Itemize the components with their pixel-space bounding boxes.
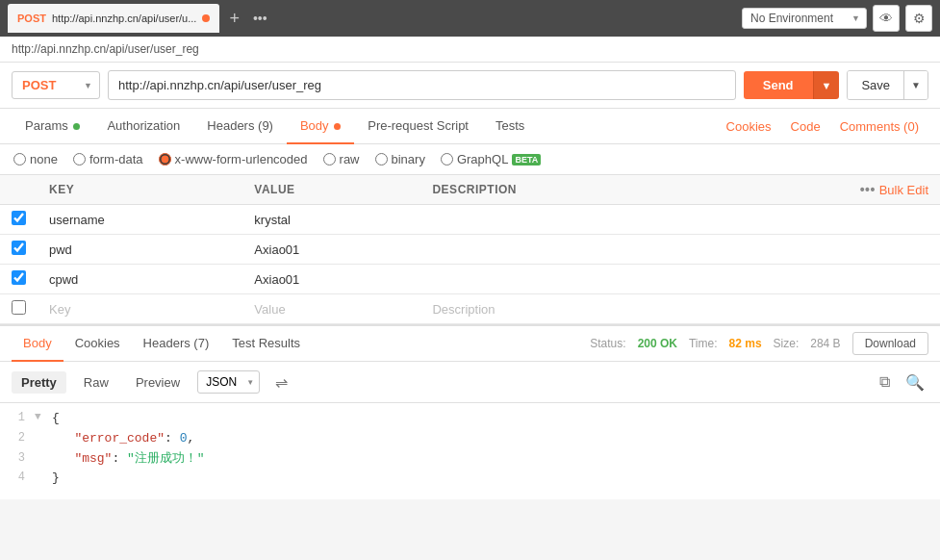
row-checkbox-0[interactable] <box>12 211 26 225</box>
body-urlencoded-option[interactable]: x-www-form-urlencoded <box>159 152 308 166</box>
code-line-3: 3 "msg": "注册成功！" <box>0 449 940 470</box>
format-preview-button[interactable]: Preview <box>126 371 190 394</box>
line-arrow-3 <box>35 449 48 470</box>
response-format-bar: Pretty Raw Preview JSON XML HTML Text ⇌ … <box>0 362 940 403</box>
response-code-area: 1 ▼ { 2 "error_code": 0, 3 "msg": "注册成功！… <box>0 403 940 499</box>
line-num-1: 1 <box>0 409 35 429</box>
tab-tests[interactable]: Tests <box>482 109 538 144</box>
type-select-wrap: JSON XML HTML Text <box>197 370 260 394</box>
save-dropdown-button[interactable]: ▼ <box>903 71 927 99</box>
tab-authorization[interactable]: Authorization <box>93 109 193 144</box>
line-num-2: 2 <box>0 429 35 449</box>
send-dropdown-button[interactable]: ▼ <box>813 71 840 99</box>
body-raw-label: raw <box>340 152 360 166</box>
tab-cookies[interactable]: Cookies <box>717 110 781 143</box>
body-urlencoded-radio[interactable] <box>159 153 171 165</box>
save-button-group: Save ▼ <box>847 70 928 100</box>
body-none-radio[interactable] <box>13 153 26 165</box>
format-pretty-button[interactable]: Pretty <box>12 371 66 394</box>
body-urlencoded-label: x-www-form-urlencoded <box>175 152 308 166</box>
row-description-1 <box>420 235 700 265</box>
table-row: username krystal <box>0 205 940 235</box>
save-button[interactable]: Save <box>848 71 903 99</box>
request-tabs: Params Authorization Headers (9) Body Pr… <box>0 109 940 144</box>
empty-key[interactable]: Key <box>38 294 242 324</box>
tab-comments[interactable]: Comments (0) <box>830 110 928 143</box>
empty-description[interactable]: Description <box>420 294 700 324</box>
row-description-0 <box>420 205 700 235</box>
tab-params[interactable]: Params <box>12 109 93 144</box>
env-select[interactable]: No Environment <box>742 8 867 29</box>
body-formdata-option[interactable]: form-data <box>73 152 143 166</box>
size-label: Size: <box>774 337 800 350</box>
resp-tab-testresults[interactable]: Test Results <box>220 326 312 362</box>
body-binary-radio[interactable] <box>375 153 388 165</box>
settings-icon-button[interactable]: ⚙ <box>905 5 932 32</box>
tab-method: POST <box>17 13 46 24</box>
tab-authorization-label: Authorization <box>107 118 180 133</box>
row-extra-2 <box>700 265 940 294</box>
checkbox-header <box>0 175 38 205</box>
row-checkbox-2[interactable] <box>12 270 26 285</box>
tab-body[interactable]: Body <box>287 109 354 144</box>
empty-extra <box>700 294 940 324</box>
download-button[interactable]: Download <box>852 332 928 355</box>
row-description-2 <box>420 265 700 294</box>
body-binary-option[interactable]: binary <box>375 152 425 166</box>
empty-checkbox-cell <box>0 294 38 324</box>
time-value: 82 ms <box>729 337 762 350</box>
tab-prerequest[interactable]: Pre-request Script <box>354 109 482 144</box>
request-bar: POST GET PUT DELETE Send ▼ Save ▼ <box>0 63 940 109</box>
empty-row-checkbox[interactable] <box>12 300 26 315</box>
resp-tab-body[interactable]: Body <box>12 326 64 362</box>
key-header: KEY <box>38 175 242 205</box>
body-raw-option[interactable]: raw <box>323 152 360 166</box>
dots-icon[interactable]: ••• <box>860 182 876 197</box>
copy-icon-button[interactable]: ⧉ <box>871 369 898 395</box>
right-tabs: Cookies Code Comments (0) <box>717 110 928 143</box>
tab-prerequest-label: Pre-request Script <box>368 118 469 133</box>
align-icon: ⇌ <box>275 373 288 392</box>
table-row: pwd Axiao01 <box>0 235 940 265</box>
resp-tab-headers[interactable]: Headers (7) <box>132 326 221 362</box>
method-select[interactable]: POST GET PUT DELETE <box>12 71 100 99</box>
eye-icon-button[interactable]: 👁 <box>873 5 900 32</box>
request-tab[interactable]: POST http://api.nnzhp.cn/api/user/u... <box>8 4 219 33</box>
row-checkbox-1[interactable] <box>12 241 26 255</box>
empty-value[interactable]: Value <box>242 294 420 324</box>
line-content-2: "error_code": 0, <box>48 429 940 449</box>
response-header: Body Cookies Headers (7) Test Results St… <box>0 324 940 362</box>
body-graphql-option[interactable]: GraphQL BETA <box>441 152 541 166</box>
size-value: 284 B <box>810 337 840 350</box>
body-raw-radio[interactable] <box>323 153 336 165</box>
status-value: 200 OK <box>638 337 677 350</box>
row-value-2: Axiao01 <box>242 265 420 294</box>
table-empty-row: Key Value Description <box>0 294 940 324</box>
checkbox-cell <box>0 235 38 265</box>
type-select[interactable]: JSON XML HTML Text <box>197 370 260 394</box>
status-label: Status: <box>590 337 625 350</box>
tab-headers[interactable]: Headers (9) <box>193 109 287 144</box>
more-tabs-button[interactable]: ••• <box>249 11 271 26</box>
tab-code[interactable]: Code <box>781 110 830 143</box>
line-content-4: } <box>48 469 940 489</box>
send-button[interactable]: Send <box>744 71 813 99</box>
body-graphql-label: GraphQL <box>457 152 508 166</box>
body-formdata-radio[interactable] <box>73 153 86 165</box>
top-bar: POST http://api.nnzhp.cn/api/user/u... +… <box>0 0 940 37</box>
align-icon-button[interactable]: ⇌ <box>267 369 294 395</box>
url-input[interactable] <box>108 70 736 100</box>
breadcrumb: http://api.nnzhp.cn/api/user/user_reg <box>0 37 940 63</box>
search-icon-button[interactable]: 🔍 <box>902 369 928 395</box>
format-raw-button[interactable]: Raw <box>74 371 118 394</box>
format-right-buttons: ⧉ 🔍 <box>871 369 928 395</box>
tab-url: http://api.nnzhp.cn/api/user/u... <box>52 13 196 24</box>
body-graphql-radio[interactable] <box>441 153 453 165</box>
body-none-option[interactable]: none <box>13 152 58 166</box>
bulk-edit-button[interactable]: Bulk Edit <box>879 183 928 197</box>
eye-icon: 👁 <box>879 11 893 26</box>
code-line-1: 1 ▼ { <box>0 409 940 429</box>
line-arrow-4 <box>35 469 48 489</box>
new-tab-button[interactable]: + <box>223 9 245 29</box>
resp-tab-cookies[interactable]: Cookies <box>64 326 132 362</box>
